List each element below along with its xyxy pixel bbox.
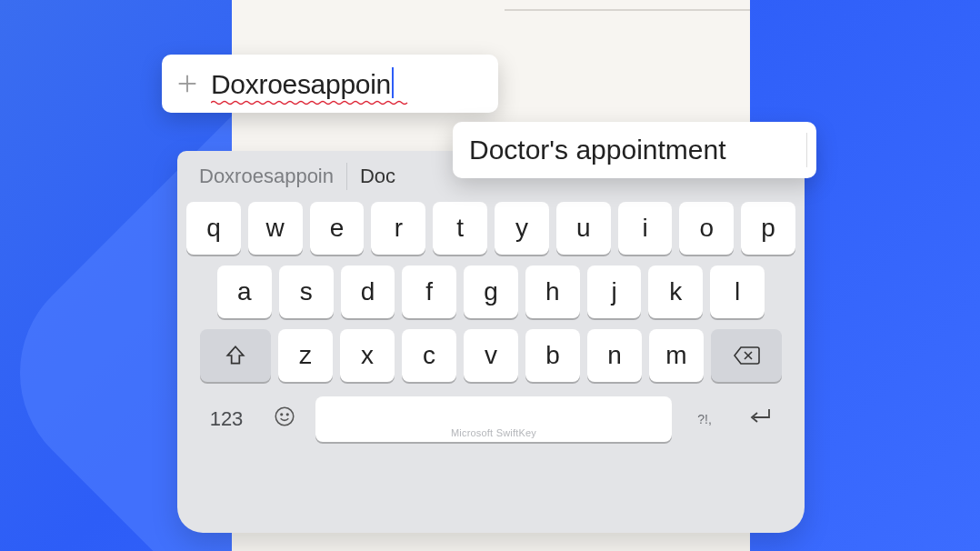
autocorrect-suggestion-text: Doctor's appointment bbox=[469, 135, 726, 165]
key-e[interactable]: e bbox=[310, 202, 365, 255]
key-a[interactable]: a bbox=[217, 265, 272, 318]
backspace-key[interactable] bbox=[711, 329, 782, 382]
key-m[interactable]: m bbox=[649, 329, 704, 382]
key-r[interactable]: r bbox=[371, 202, 425, 255]
enter-key[interactable] bbox=[737, 396, 783, 442]
key-q[interactable]: q bbox=[186, 202, 241, 255]
emoji-key[interactable] bbox=[266, 396, 303, 442]
key-p[interactable]: p bbox=[741, 202, 795, 255]
keyboard-row-2: a s d f g h j k l bbox=[186, 265, 795, 318]
keyboard-row-1: q w e r t y u i o p bbox=[186, 202, 795, 255]
numbers-key[interactable]: 123 bbox=[199, 396, 254, 442]
key-x[interactable]: x bbox=[340, 329, 395, 382]
svg-point-3 bbox=[281, 414, 283, 416]
shift-icon bbox=[224, 344, 247, 367]
key-t[interactable]: t bbox=[433, 202, 487, 255]
svg-point-4 bbox=[286, 414, 288, 416]
plus-icon bbox=[175, 71, 200, 96]
key-f[interactable]: f bbox=[402, 265, 456, 318]
keyboard-row-3: z x c v b n m bbox=[186, 329, 795, 382]
key-c[interactable]: c bbox=[402, 329, 456, 382]
key-g[interactable]: g bbox=[464, 265, 518, 318]
key-k[interactable]: k bbox=[648, 265, 703, 318]
keyboard-rows: q w e r t y u i o p a s d f g h j k l bbox=[177, 196, 805, 442]
key-h[interactable]: h bbox=[525, 265, 580, 318]
suggestion-item-1[interactable]: Doxroesappoin bbox=[186, 163, 347, 190]
onscreen-keyboard: Doxroesappoin Doc q w e r t y u i o p a … bbox=[177, 151, 805, 533]
suggestion-divider bbox=[806, 133, 807, 167]
spacebar-key[interactable]: Microsoft SwiftKey bbox=[315, 396, 672, 442]
key-b[interactable]: b bbox=[525, 329, 580, 382]
keyboard-bottom-row: 123 Microsoft SwiftKey ?!, bbox=[186, 393, 795, 442]
backspace-icon bbox=[733, 346, 760, 366]
text-input-card[interactable]: Doxroesappoin bbox=[162, 55, 498, 113]
key-d[interactable]: d bbox=[341, 265, 395, 318]
enter-icon bbox=[746, 406, 774, 433]
key-l[interactable]: l bbox=[710, 265, 765, 318]
key-z[interactable]: z bbox=[278, 329, 333, 382]
smile-icon bbox=[273, 405, 296, 434]
input-text: Doxroesappoin bbox=[211, 67, 394, 100]
input-text-value: Doxroesappoin bbox=[211, 69, 391, 99]
divider-line bbox=[505, 9, 750, 11]
key-s[interactable]: s bbox=[279, 265, 334, 318]
key-w[interactable]: w bbox=[248, 202, 303, 255]
punctuation-key[interactable]: ?!, bbox=[685, 396, 725, 442]
key-u[interactable]: u bbox=[556, 202, 611, 255]
text-caret bbox=[392, 67, 394, 98]
svg-point-2 bbox=[275, 407, 294, 426]
key-y[interactable]: y bbox=[495, 202, 549, 255]
key-j[interactable]: j bbox=[587, 265, 642, 318]
key-i[interactable]: i bbox=[618, 202, 673, 255]
shift-key[interactable] bbox=[200, 329, 271, 382]
key-n[interactable]: n bbox=[587, 329, 642, 382]
keyboard-branding: Microsoft SwiftKey bbox=[451, 427, 536, 438]
autocorrect-suggestion-card[interactable]: Doctor's appointment bbox=[453, 122, 816, 178]
key-o[interactable]: o bbox=[679, 202, 734, 255]
suggestion-item-2[interactable]: Doc bbox=[347, 163, 408, 190]
key-v[interactable]: v bbox=[464, 329, 518, 382]
spellcheck-underline-icon bbox=[211, 100, 411, 105]
